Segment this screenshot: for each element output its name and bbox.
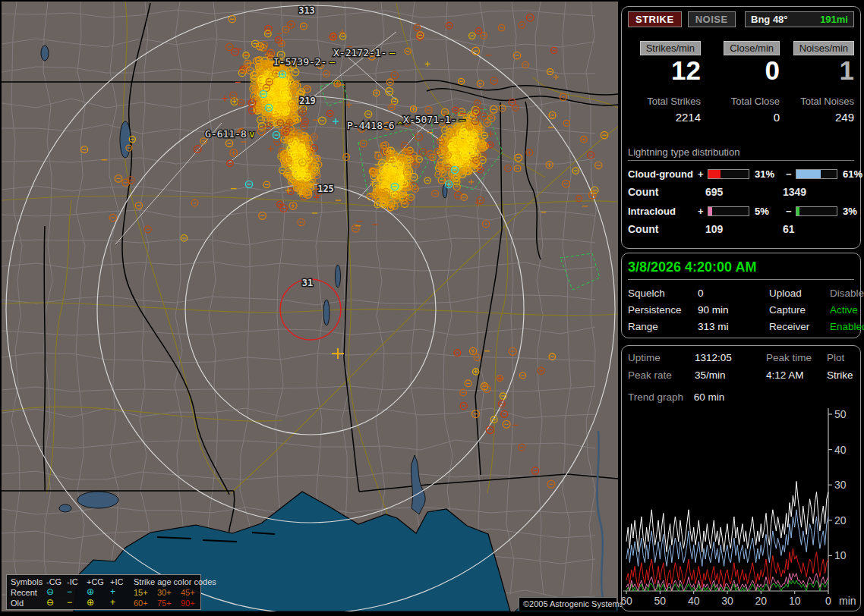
strike-mode-button[interactable]: STRIKE xyxy=(628,11,682,27)
old-ic-plus-icon: + xyxy=(110,598,130,608)
col-ic-minus: -IC xyxy=(67,577,87,587)
noises-per-min-badge[interactable]: Noises/min xyxy=(793,41,854,55)
cloud-ground-row: Cloud-ground + 31% − 61% xyxy=(628,168,854,180)
old-ic-minus-icon: − xyxy=(67,598,87,608)
recent-ic-plus-icon: + xyxy=(110,587,130,598)
total-noises-value: 249 xyxy=(835,111,854,124)
close-per-min-badge[interactable]: Close/min xyxy=(724,41,780,55)
age-legend-title: Strike age color codes xyxy=(134,577,204,587)
cloud-ground-label: Cloud-ground xyxy=(628,168,698,180)
plus-sign: + xyxy=(698,206,708,217)
range-value: 313 mi xyxy=(698,321,769,332)
squelch-value: 0 xyxy=(698,288,769,299)
trend-setting: Trend graph 60 min xyxy=(628,391,854,403)
map-canvas[interactable]: 31321912531I-5739-2-–X-2172-1-–G-611-8vP… xyxy=(2,2,618,611)
series-ic-minus xyxy=(626,580,828,591)
recent-cg-minus-icon: ⊖ xyxy=(46,587,67,598)
datetime-display: 3/8/2026 4:20:00 AM xyxy=(628,259,854,275)
x-axis-unit: min xyxy=(839,595,856,607)
storm-motion-marker: – xyxy=(330,57,336,68)
count-label: Count xyxy=(628,223,705,235)
x-tick-label: 50 xyxy=(654,595,667,607)
storm-cell-label: G-611-8 xyxy=(205,128,247,140)
plus-sign: + xyxy=(698,168,708,180)
total-close-label: Total Close xyxy=(731,96,780,107)
strike-stats-panel: STRIKE NOISE Bng 48° 191mi Strikes/min 1… xyxy=(621,6,861,249)
ic-plus-bar xyxy=(708,206,749,216)
strikes-per-min-badge[interactable]: Strikes/min xyxy=(640,41,701,55)
copyright-bar: ©2005 Astrogenic Systems xyxy=(519,597,616,611)
y-tick-label: 10 xyxy=(834,549,847,561)
plot-label: Plot xyxy=(827,352,854,363)
series-ic-plus xyxy=(626,574,828,591)
intracloud-label: Intracloud xyxy=(628,206,698,217)
trend-graph-label: Trend graph xyxy=(628,391,683,403)
symbol-legend: Symbols -CG -IC +CG +IC Recent ⊖ − ⊕ + O… xyxy=(11,577,130,608)
ic-plus-count: 109 xyxy=(705,223,783,235)
series-cg-plus xyxy=(626,548,828,587)
age-45: 45+ xyxy=(181,587,204,598)
old-cg-minus-icon: ⊖ xyxy=(46,598,67,608)
range-ring-label: 125 xyxy=(317,184,334,194)
y-tick-label: 20 xyxy=(834,514,847,526)
x-tick-label: 0 xyxy=(825,595,831,607)
total-strikes-value: 2214 xyxy=(676,111,701,124)
range-label: Range xyxy=(628,321,698,332)
legend-header: Symbols xyxy=(11,577,46,587)
storm-motion-marker: ^ xyxy=(397,121,402,131)
persistence-value: 90 min xyxy=(698,304,769,316)
bearing-readout: Bng 48° 191mi xyxy=(745,11,854,27)
bearing-value: Bng 48° xyxy=(751,14,788,25)
session-grid: Uptime 1312:05 Peak time Plot Peak rate … xyxy=(628,352,854,381)
ic-minus-bar xyxy=(796,206,837,216)
storm-motion-marker: v xyxy=(249,129,254,140)
col-cg-plus: +CG xyxy=(87,577,110,587)
upload-label: Upload xyxy=(769,288,830,299)
capture-value: Active xyxy=(830,304,864,316)
col-ic-plus: +IC xyxy=(110,577,130,587)
intracloud-counts: Count 109 61 xyxy=(628,223,854,235)
mode-toolbar: STRIKE NOISE Bng 48° 191mi xyxy=(628,11,854,27)
noise-mode-button[interactable]: NOISE xyxy=(688,11,736,27)
totals-row: Total Strikes 2214 Total Close 0 Total N… xyxy=(628,96,854,124)
storm-cell-label: X-2172-1- xyxy=(333,47,386,58)
storm-cell-label: X-5071-1- xyxy=(403,114,456,125)
x-tick-label: 60 xyxy=(622,595,632,607)
rates-row: Strikes/min 12 Close/min 0 Noises/min 1 xyxy=(628,41,854,85)
receiver-label: Receiver xyxy=(769,321,830,332)
age-15: 15+ xyxy=(134,587,157,598)
old-cg-plus-icon: ⊕ xyxy=(87,598,110,608)
x-tick-label: 30 xyxy=(721,595,733,607)
total-noises-label: Total Noises xyxy=(800,96,854,107)
map-legend: Symbols -CG -IC +CG +IC Recent ⊖ − ⊕ + O… xyxy=(6,574,201,610)
x-tick-label: 20 xyxy=(755,595,768,607)
cg-minus-bar xyxy=(796,169,837,179)
peak-rate-label: Peak rate xyxy=(628,369,695,381)
y-tick-label: 50 xyxy=(834,408,847,420)
age-75: 75+ xyxy=(157,598,181,608)
distribution-title: Lightning type distribution xyxy=(628,146,854,161)
x-tick-label: 10 xyxy=(789,595,801,607)
capture-label: Capture xyxy=(769,304,830,316)
ic-minus-count: 61 xyxy=(783,223,854,235)
squelch-label: Squelch xyxy=(628,288,698,299)
age-60: 60+ xyxy=(134,598,157,608)
plot-value: Strike xyxy=(827,369,854,381)
peak-time-value: 4:12 AM xyxy=(766,369,827,381)
storm-motion-marker: – xyxy=(459,115,465,125)
cg-plus-bar xyxy=(708,169,749,179)
lightning-map[interactable]: 31321912531I-5739-2-–X-2172-1-–G-611-8vP… xyxy=(0,0,620,616)
noises-per-min-value: 1 xyxy=(840,56,854,85)
minus-sign: − xyxy=(786,206,796,217)
peak-rate-value: 35/min xyxy=(695,369,766,381)
range-ring-label: 313 xyxy=(298,5,315,16)
legend-row-old: Old xyxy=(11,598,46,608)
col-cg-minus: -CG xyxy=(46,577,67,587)
y-tick-label: 30 xyxy=(834,479,847,491)
total-strikes-label: Total Strikes xyxy=(647,96,701,107)
uptime-value: 1312:05 xyxy=(695,352,766,363)
storm-cell-label: I-5739-2- xyxy=(273,56,326,68)
status-grid: Squelch 0 Upload Disabled Persistence 90… xyxy=(628,288,854,332)
x-tick-label: 40 xyxy=(688,595,700,607)
cg-plus-pct: 31% xyxy=(751,168,786,180)
